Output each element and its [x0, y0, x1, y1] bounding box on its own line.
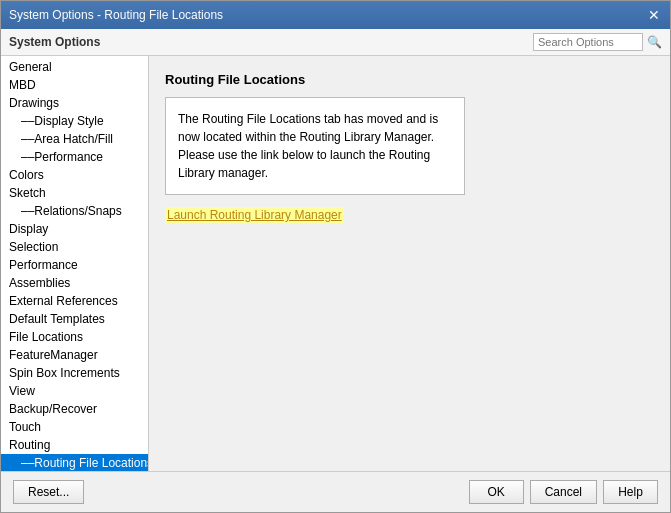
- sidebar-item-drawings[interactable]: Drawings: [1, 94, 148, 112]
- sidebar-item-performance2[interactable]: Performance: [1, 256, 148, 274]
- info-box: The Routing File Locations tab has moved…: [165, 97, 465, 195]
- sidebar-item-view[interactable]: View: [1, 382, 148, 400]
- search-area: 🔍: [533, 33, 662, 51]
- content-area: Routing File Locations The Routing File …: [149, 56, 670, 471]
- dialog-title: System Options - Routing File Locations: [9, 8, 223, 22]
- sidebar-item-colors[interactable]: Colors: [1, 166, 148, 184]
- close-button[interactable]: ✕: [646, 7, 662, 23]
- sidebar-item-general[interactable]: General: [1, 58, 148, 76]
- sidebar-item-assemblies[interactable]: Assemblies: [1, 274, 148, 292]
- content-title: Routing File Locations: [165, 72, 654, 87]
- toolbar-label: System Options: [9, 35, 100, 49]
- sidebar: GeneralMBDDrawings––Display Style––Area …: [1, 56, 149, 471]
- launch-link[interactable]: Launch Routing Library Manager: [165, 207, 344, 223]
- cancel-button[interactable]: Cancel: [530, 480, 597, 504]
- title-bar: System Options - Routing File Locations …: [1, 1, 670, 29]
- sidebar-item-sketch[interactable]: Sketch: [1, 184, 148, 202]
- footer-right: OK Cancel Help: [469, 480, 658, 504]
- ok-button[interactable]: OK: [469, 480, 524, 504]
- sidebar-item-display-style[interactable]: ––Display Style: [1, 112, 148, 130]
- sidebar-item-spin-box[interactable]: Spin Box Increments: [1, 364, 148, 382]
- footer: Reset... OK Cancel Help: [1, 471, 670, 512]
- sidebar-item-touch[interactable]: Touch: [1, 418, 148, 436]
- search-icon: 🔍: [647, 35, 662, 49]
- sidebar-item-external-references[interactable]: External References: [1, 292, 148, 310]
- sidebar-item-file-locations[interactable]: File Locations: [1, 328, 148, 346]
- reset-button[interactable]: Reset...: [13, 480, 84, 504]
- footer-left: Reset...: [13, 480, 84, 504]
- sidebar-item-display[interactable]: Display: [1, 220, 148, 238]
- sidebar-item-area-hatch[interactable]: ––Area Hatch/Fill: [1, 130, 148, 148]
- sidebar-item-performance[interactable]: ––Performance: [1, 148, 148, 166]
- sidebar-item-selection[interactable]: Selection: [1, 238, 148, 256]
- toolbar: System Options 🔍: [1, 29, 670, 56]
- info-text: The Routing File Locations tab has moved…: [178, 110, 452, 182]
- sidebar-item-backup-recover[interactable]: Backup/Recover: [1, 400, 148, 418]
- search-input[interactable]: [533, 33, 643, 51]
- sidebar-item-mbd[interactable]: MBD: [1, 76, 148, 94]
- sidebar-item-routing-file-locations[interactable]: ––Routing File Locations: [1, 454, 148, 471]
- sidebar-item-routing[interactable]: Routing: [1, 436, 148, 454]
- body: GeneralMBDDrawings––Display Style––Area …: [1, 56, 670, 471]
- dialog: System Options - Routing File Locations …: [0, 0, 671, 513]
- help-button[interactable]: Help: [603, 480, 658, 504]
- sidebar-item-default-templates[interactable]: Default Templates: [1, 310, 148, 328]
- sidebar-item-relations-snaps[interactable]: ––Relations/Snaps: [1, 202, 148, 220]
- sidebar-item-feature-manager[interactable]: FeatureManager: [1, 346, 148, 364]
